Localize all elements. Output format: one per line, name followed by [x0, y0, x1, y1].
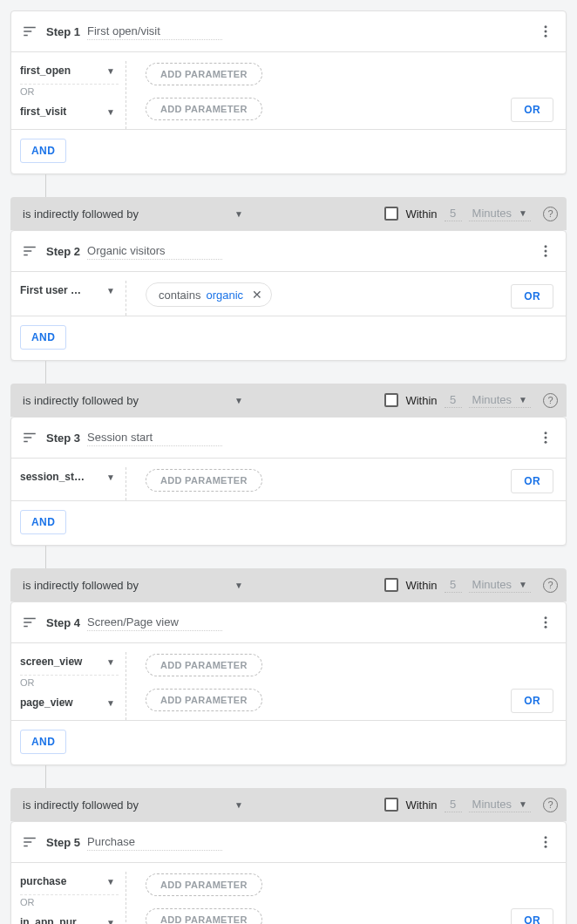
follow-bar: is indirectly followed by▼Within5Minutes…: [10, 197, 567, 230]
svg-point-4: [545, 31, 547, 33]
step-name-text: Session start: [87, 431, 153, 444]
chip-remove-icon[interactable]: ✕: [248, 288, 262, 302]
and-button[interactable]: AND: [20, 510, 66, 534]
within-checkbox[interactable]: [384, 798, 398, 812]
conditions: screen_view▼ORpage_view▼ADD PARAMETERADD…: [11, 642, 566, 720]
and-row: AND: [11, 129, 566, 173]
conditions: session_st…▼ADD PARAMETEROR: [11, 458, 566, 500]
add-parameter-button[interactable]: ADD PARAMETER: [146, 654, 262, 676]
caret-down-icon: ▼: [106, 472, 119, 482]
within-value[interactable]: 5: [445, 392, 462, 408]
caret-down-icon: ▼: [519, 580, 527, 589]
event-select[interactable]: page_view▼: [20, 693, 119, 714]
within-label: Within: [405, 579, 437, 592]
event-select[interactable]: in_app_pur…▼: [20, 913, 119, 924]
add-parameter-button[interactable]: ADD PARAMETER: [146, 873, 262, 896]
svg-rect-26: [24, 846, 28, 847]
within-value[interactable]: 5: [445, 577, 462, 593]
within-value[interactable]: 5: [445, 206, 462, 221]
step-menu-button[interactable]: [533, 829, 559, 855]
add-parameter-button[interactable]: ADD PARAMETER: [146, 689, 262, 711]
add-parameter-button[interactable]: ADD PARAMETER: [146, 469, 262, 492]
caret-down-icon: ▼: [519, 799, 527, 809]
help-icon[interactable]: ?: [543, 207, 558, 221]
follow-type-select[interactable]: is indirectly followed by▼: [23, 579, 243, 592]
parameter-chip[interactable]: contains organic✕: [146, 282, 272, 307]
step-number-label: Step 5: [46, 836, 80, 849]
svg-point-23: [545, 626, 547, 628]
step-menu-button[interactable]: [533, 238, 559, 264]
or-column: OR: [511, 652, 553, 720]
help-icon[interactable]: ?: [543, 393, 558, 408]
step-card: Step 3Session start session_st…▼ADD PARA…: [10, 417, 567, 546]
within-unit-select[interactable]: Minutes▼: [469, 206, 531, 221]
and-button[interactable]: AND: [20, 139, 66, 163]
add-parameter-button[interactable]: ADD PARAMETER: [146, 908, 262, 924]
or-button[interactable]: OR: [511, 689, 553, 713]
within-checkbox[interactable]: [384, 207, 398, 221]
or-separator: OR: [20, 675, 119, 693]
or-button[interactable]: OR: [511, 284, 553, 309]
within-checkbox[interactable]: [384, 578, 398, 592]
event-name: First user …: [20, 284, 90, 296]
caret-down-icon: ▼: [234, 396, 243, 405]
svg-rect-12: [24, 433, 36, 435]
and-button[interactable]: AND: [20, 325, 66, 350]
within-unit-select[interactable]: Minutes▼: [469, 797, 531, 812]
event-column: first_open▼ORfirst_visit▼: [20, 61, 126, 129]
svg-rect-14: [24, 441, 28, 443]
conditions: purchase▼ORin_app_pur…▼ADD PARAMETERADD …: [11, 862, 566, 924]
follow-bar: is indirectly followed by▼Within5Minutes…: [10, 568, 567, 601]
step-name-input[interactable]: Session start: [87, 429, 222, 446]
event-select[interactable]: first_visit▼: [20, 102, 119, 123]
event-select[interactable]: First user …▼: [20, 281, 119, 302]
event-select[interactable]: first_open▼: [20, 61, 119, 82]
event-name: purchase: [20, 875, 90, 887]
or-button[interactable]: OR: [511, 469, 553, 493]
svg-point-11: [545, 255, 547, 257]
vertical-connector: [45, 361, 46, 384]
sort-icon[interactable]: [22, 430, 37, 445]
sort-icon[interactable]: [22, 615, 37, 630]
event-select[interactable]: screen_view▼: [20, 652, 119, 673]
or-column: OR: [511, 467, 553, 500]
help-icon[interactable]: ?: [543, 578, 558, 593]
step-name-input[interactable]: Organic visitors: [87, 242, 222, 260]
step-number-label: Step 3: [46, 431, 80, 445]
event-select[interactable]: session_st…▼: [20, 467, 119, 488]
step-card: Step 1First open/visit first_open▼ORfirs…: [10, 10, 567, 174]
within-checkbox[interactable]: [384, 393, 398, 407]
chip-value: organic: [206, 289, 243, 302]
svg-point-9: [545, 245, 547, 248]
or-button[interactable]: OR: [511, 98, 553, 122]
follow-type-select[interactable]: is indirectly followed by▼: [23, 798, 243, 812]
step-menu-button[interactable]: [533, 18, 559, 44]
follow-bar: is indirectly followed by▼Within5Minutes…: [10, 788, 567, 821]
add-parameter-button[interactable]: ADD PARAMETER: [146, 98, 262, 120]
within-unit-select[interactable]: Minutes▼: [469, 577, 531, 593]
svg-point-16: [545, 437, 547, 439]
add-parameter-button[interactable]: ADD PARAMETER: [146, 63, 262, 85]
sort-icon[interactable]: [22, 24, 37, 39]
step-menu-button[interactable]: [533, 425, 559, 451]
vertical-connector: [45, 546, 46, 568]
and-button[interactable]: AND: [20, 730, 66, 754]
within-unit-select[interactable]: Minutes▼: [469, 392, 531, 408]
caret-down-icon: ▼: [106, 657, 119, 667]
within-value[interactable]: 5: [445, 797, 462, 812]
help-icon[interactable]: ?: [543, 798, 558, 812]
and-row: AND: [11, 500, 566, 545]
step-name-input[interactable]: First open/visit: [87, 23, 222, 40]
svg-rect-0: [24, 27, 36, 29]
or-button[interactable]: OR: [511, 908, 553, 924]
sort-icon[interactable]: [22, 834, 37, 850]
step-name-input[interactable]: Purchase: [87, 833, 222, 851]
follow-type-select[interactable]: is indirectly followed by▼: [23, 394, 243, 407]
follow-bar: is indirectly followed by▼Within5Minutes…: [10, 384, 567, 417]
follow-type-select[interactable]: is indirectly followed by▼: [23, 207, 243, 221]
step-name-input[interactable]: Screen/Page view: [87, 614, 222, 631]
event-select[interactable]: purchase▼: [20, 872, 119, 893]
svg-rect-2: [24, 35, 28, 37]
sort-icon[interactable]: [22, 243, 37, 259]
step-menu-button[interactable]: [533, 609, 559, 635]
